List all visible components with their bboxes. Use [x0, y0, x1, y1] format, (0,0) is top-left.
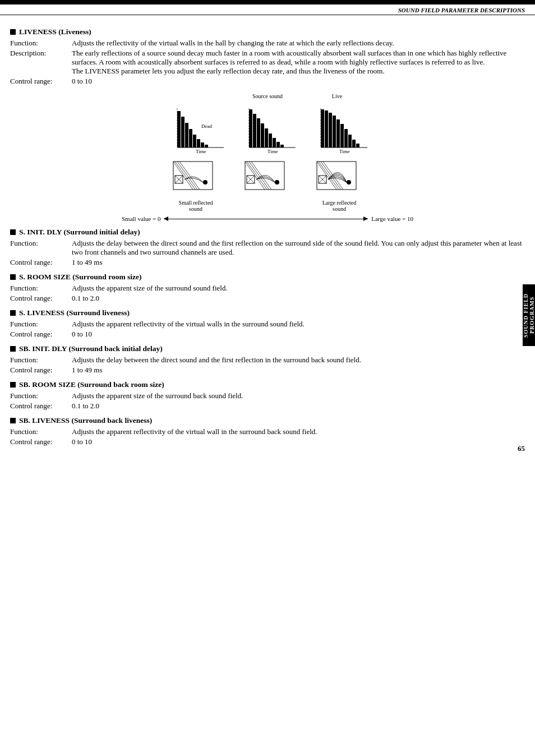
s-room-size-control-row: Control range: 0.1 to 2.0: [10, 294, 525, 303]
content: LIVENESS (Liveness) Function: Adjusts th…: [0, 15, 535, 461]
sb-liveness-control-label: Control range:: [10, 437, 72, 446]
svg-rect-36: [348, 135, 352, 147]
bullet7-icon: [10, 418, 16, 423]
svg-rect-6: [189, 129, 192, 147]
svg-rect-31: [329, 113, 332, 147]
svg-rect-34: [340, 124, 344, 147]
s-liveness-section: S. LIVENESS (Surround liveness) Function…: [10, 308, 525, 339]
liveness-function-label: Function:: [10, 39, 72, 48]
sb-init-dly-function-label: Function:: [10, 356, 72, 365]
svg-rect-19: [261, 123, 264, 147]
sb-room-size-section: SB. ROOM SIZE (Surround back room size) …: [10, 380, 525, 411]
page: SOUND FIELD PARAMETER DESCRIPTIONS LIVEN…: [0, 0, 535, 756]
svg-rect-35: [344, 129, 348, 147]
arrow-left-head: [164, 215, 168, 222]
sb-init-dly-control-value: 1 to 49 ms: [72, 366, 525, 375]
svg-rect-8: [197, 139, 200, 147]
svg-rect-30: [325, 110, 328, 147]
source-diagram-col: Source sound Level: [237, 91, 298, 153]
arrow-line: [164, 219, 368, 219]
svg-rect-22: [273, 138, 276, 147]
s-init-dly-control-value: 1 to 49 ms: [72, 258, 525, 267]
s-init-dly-control-label: Control range:: [10, 258, 72, 267]
sb-liveness-control-value: 0 to 10: [72, 437, 525, 446]
sb-init-dly-function-text: Adjusts the delay between the direct sou…: [72, 356, 525, 365]
svg-rect-10: [205, 145, 208, 147]
s-liveness-function-row: Function: Adjusts the apparent reflectiv…: [10, 320, 525, 329]
large-value-label: Large value = 10: [371, 215, 413, 222]
speaker-diagrams-row: Small reflectedsound: [165, 159, 370, 212]
sb-room-size-function-text: Adjusts the apparent size of the surroun…: [72, 391, 525, 400]
s-room-size-function-text: Adjusts the apparent size of the surroun…: [72, 284, 525, 293]
value-range-row: Small value = 0 Large value = 10: [122, 215, 413, 222]
svg-rect-38: [356, 144, 359, 147]
s-room-size-title: S. ROOM SIZE (Surround room size): [10, 273, 525, 282]
liveness-control-label: Control range:: [10, 77, 72, 86]
s-liveness-function-text: Adjusts the apparent reflectivity of the…: [72, 320, 525, 329]
s-liveness-control-value: 0 to 10: [72, 330, 525, 339]
dead-diagram-col: Level: [165, 91, 227, 153]
svg-marker-67: [164, 216, 168, 221]
header-line: SOUND FIELD PARAMETER DESCRIPTIONS: [0, 4, 535, 15]
top-bar: [0, 0, 535, 4]
liveness-control-value: 0 to 10: [72, 77, 525, 86]
sb-liveness-function-text: Adjusts the apparent reflectivity of the…: [72, 427, 525, 436]
sb-init-dly-section: SB. INIT. DLY (Surround back initial del…: [10, 344, 525, 375]
s-room-size-control-value: 0.1 to 2.0: [72, 294, 525, 303]
s-room-size-control-label: Control range:: [10, 294, 72, 303]
liveness-function-text: Adjusts the reflectivity of the virtual …: [72, 39, 525, 48]
bullet4-icon: [10, 310, 16, 316]
svg-rect-18: [257, 118, 260, 147]
svg-rect-9: [201, 142, 204, 147]
svg-rect-20: [265, 128, 268, 147]
source-wave-svg: Level: [237, 103, 298, 153]
svg-rect-32: [333, 116, 336, 147]
liveness-function-row: Function: Adjusts the reflectivity of th…: [10, 39, 525, 48]
sb-liveness-section: SB. LIVENESS (Surround back liveness) Fu…: [10, 416, 525, 446]
live-label: Live: [332, 93, 342, 99]
speaker3-col: Large reflectedsound: [308, 159, 370, 212]
dead-wave-svg: Level: [165, 103, 227, 153]
svg-rect-24: [280, 145, 284, 147]
liveness-section: LIVENESS (Liveness) Function: Adjusts th…: [10, 27, 525, 222]
s-init-dly-section: S. INIT. DLY (Surround initial delay) Fu…: [10, 228, 525, 267]
speaker1-svg: [165, 159, 227, 198]
speaker2-svg: [237, 159, 298, 198]
liveness-title: LIVENESS (Liveness): [10, 27, 525, 36]
liveness-control-row: Control range: 0 to 10: [10, 77, 525, 86]
sb-init-dly-title: SB. INIT. DLY (Surround back initial del…: [10, 344, 525, 353]
s-init-dly-function-row: Function: Adjusts the delay between the …: [10, 239, 525, 257]
liveness-description-row: Description: The early reflections of a …: [10, 49, 525, 76]
s-liveness-function-label: Function:: [10, 320, 72, 329]
svg-text:Time: Time: [339, 149, 350, 153]
arrow-right-head: [363, 215, 368, 222]
s-init-dly-function-label: Function:: [10, 239, 72, 257]
svg-rect-37: [352, 140, 356, 147]
svg-rect-23: [276, 142, 280, 147]
s-room-size-section: S. ROOM SIZE (Surround room size) Functi…: [10, 273, 525, 303]
svg-text:Dead: Dead: [201, 123, 212, 129]
source-label: Source sound: [252, 93, 283, 99]
sb-room-size-control-label: Control range:: [10, 402, 72, 411]
right-arrow-icon: [363, 216, 368, 221]
s-room-size-function-row: Function: Adjusts the apparent size of t…: [10, 284, 525, 293]
s-init-dly-title: S. INIT. DLY (Surround initial delay): [10, 228, 525, 237]
bullet2-icon: [10, 229, 16, 235]
large-reflected-label: Large reflectedsound: [322, 200, 357, 212]
svg-rect-4: [181, 117, 185, 147]
sb-room-size-control-value: 0.1 to 2.0: [72, 402, 525, 411]
sb-room-size-title: SB. ROOM SIZE (Surround back room size): [10, 380, 525, 389]
svg-marker-68: [363, 216, 368, 221]
sb-room-size-control-row: Control range: 0.1 to 2.0: [10, 402, 525, 411]
sb-liveness-function-label: Function:: [10, 427, 72, 436]
page-number: 65: [518, 444, 525, 453]
liveness-diagram: Level: [10, 91, 525, 222]
svg-point-57: [275, 180, 279, 185]
svg-text:Time: Time: [196, 149, 206, 153]
bullet-icon: [10, 29, 16, 35]
s-init-dly-function-text: Adjusts the delay between the direct sou…: [72, 239, 525, 257]
source-title-area: Source sound: [252, 91, 283, 103]
speaker2-label: [267, 200, 269, 206]
svg-text:Time: Time: [268, 149, 278, 153]
sb-liveness-control-row: Control range: 0 to 10: [10, 437, 525, 446]
